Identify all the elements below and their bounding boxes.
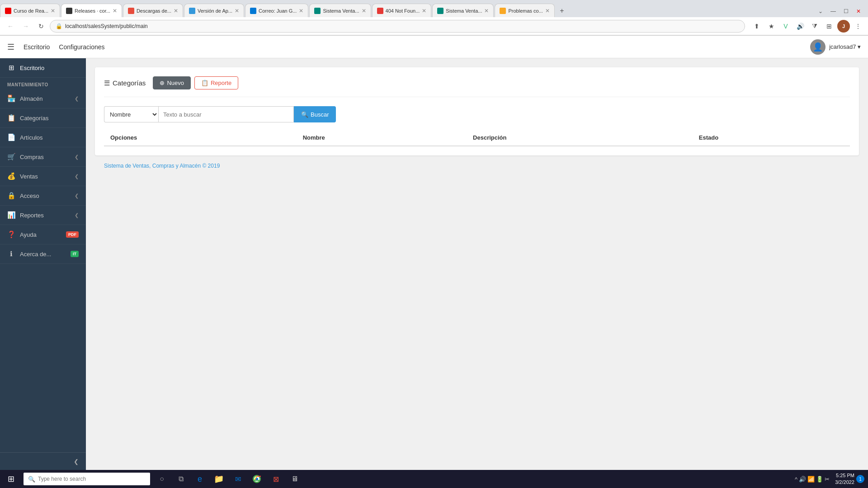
sidebar-item-ayuda[interactable]: ❓AyudaPDF [0,225,86,244]
browser-tab-9[interactable]: Problemas co... ✕ [495,4,554,17]
share-button[interactable]: ⬆ [750,20,763,33]
chrome-icon[interactable] [249,471,265,487]
tab-close-icon[interactable]: ✕ [484,8,489,14]
app-user-avatar[interactable]: 👤 [810,39,826,55]
terminal-icon[interactable]: 🖥 [287,471,303,487]
browser-tab-7[interactable]: 404 Not Foun... ✕ [372,4,432,17]
address-bar[interactable]: 🔒 localhost/salesSystem/public/main [50,20,745,33]
sidebar-item-categorias[interactable]: 📋Categorías [0,108,86,128]
browser-tab-2[interactable]: Releases · cor... ✕ [61,4,122,17]
app-username[interactable]: jcarlosad7 ▾ [829,43,861,50]
search-area: Nombre Descripción Estado 🔍 Buscar [104,106,850,122]
network-icon[interactable]: 📶 [807,476,815,483]
tab-close-icon[interactable]: ✕ [51,8,55,14]
sidebar-item-compras[interactable]: 🛒Compras❮ [0,147,86,167]
tab-favicon [66,8,72,14]
sidebar-icon-escritorio: ⊞ [7,64,15,72]
tab-list-button[interactable]: ⌄ [815,5,826,17]
tab-close-icon[interactable]: ✕ [362,8,366,14]
more-button[interactable]: ⋮ [852,20,864,33]
extensions-button[interactable]: ⧩ [808,20,821,33]
sidebar-item-ventas[interactable]: 💰Ventas❮ [0,167,86,186]
forward-button[interactable]: → [19,19,33,33]
browser-tab-1[interactable]: Curso de Rea... ✕ [0,4,60,17]
battery-icon[interactable]: 🔋 [816,476,823,483]
sidebar-label-categorias: Categorías [20,115,79,122]
tab-close-icon[interactable]: ✕ [113,8,117,14]
bookmark-button[interactable]: ★ [765,20,778,33]
taskbar-clock[interactable]: 5:25 PM 3/2/2022 [835,472,854,486]
search-button[interactable]: 🔍 Buscar [294,106,336,122]
tab-close-icon[interactable]: ✕ [299,8,303,14]
tab-title: Problemas co... [508,8,542,14]
system-tray: ^ 🔊 📶 🔋 ✂ [791,476,833,483]
close-button[interactable]: ✕ [853,5,864,17]
search-input[interactable] [158,106,294,122]
clipboard-icon[interactable]: ✂ [825,476,830,483]
tab-favicon [250,8,256,14]
sidebar-item-articulos[interactable]: 📄Artículos [0,128,86,147]
task-view-button[interactable]: ○ [154,471,170,487]
browser-tab-8[interactable]: Sistema Venta... ✕ [432,4,494,17]
footer: Sistema de Ventas, Compras y Almacén © 2… [95,155,859,176]
notification-button[interactable]: 1 [856,475,864,483]
nuevo-icon: ⊕ [160,80,165,86]
sidebar-label-almacen: Almacén [20,95,70,102]
sidebar-arrow-reportes: ❮ [75,212,79,218]
sidebar-collapse-button[interactable]: ❮ [0,452,86,470]
browser-chrome: Curso de Rea... ✕ Releases · cor... ✕ De… [0,0,868,36]
taskbar-search-icon: 🔍 [28,476,35,483]
search-filter-select[interactable]: Nombre Descripción Estado [104,106,158,122]
tab-title: Sistema Venta... [446,8,482,14]
media-button[interactable]: 🔊 [794,20,807,33]
maximize-button[interactable]: ☐ [840,5,852,17]
windows-icon: ⊞ [8,474,14,484]
sidebar-item-acerca[interactable]: ℹAcerca de...IT [0,244,86,264]
reporte-icon: 📋 [201,80,208,86]
start-button[interactable]: ⊞ [0,470,22,488]
tab-favicon [500,8,506,14]
content-area: ☰ Categorías ⊕ Nuevo 📋 Reporte No [86,58,868,470]
tab-title: Sistema Venta... [323,8,359,14]
sidebar-item-escritorio[interactable]: ⊞Escritorio [0,58,86,78]
nav-configuraciones[interactable]: Configuraciones [59,43,104,51]
sidebar-item-acceso[interactable]: 🔒Acceso❮ [0,186,86,206]
extension-v-button[interactable]: V [779,20,792,33]
browser-tab-4[interactable]: Versión de Ap... ✕ [184,4,244,17]
sidebar-item-reportes[interactable]: 📊Reportes❮ [0,206,86,225]
minimize-button[interactable]: — [827,5,839,17]
sidebar-arrow-ventas: ❮ [75,174,79,179]
xampp-icon[interactable]: ⊠ [268,471,284,487]
file-explorer-icon[interactable]: 📁 [211,471,227,487]
browser-tab-6[interactable]: Sistema Venta... ✕ [309,4,371,17]
mail-icon[interactable]: ✉ [230,471,246,487]
refresh-button[interactable]: ↻ [34,19,48,33]
tab-close-icon[interactable]: ✕ [235,8,239,14]
sidebar-arrow-acceso: ❮ [75,193,79,199]
sidebar-icon-reportes: 📊 [7,211,15,219]
sidebar-item-almacen[interactable]: 🏪Almacén❮ [0,89,86,108]
menu-icon: ☰ [104,79,110,87]
speaker-icon[interactable]: 🔊 [799,476,806,483]
profile-ext-button[interactable]: ⊞ [823,20,835,33]
new-tab-button[interactable]: + [556,5,568,17]
taskbar-search-input[interactable] [38,476,146,482]
reporte-button[interactable]: 📋 Reporte [194,76,238,89]
taskbar-search-box[interactable]: 🔍 [24,473,150,485]
nuevo-button[interactable]: ⊕ Nuevo [153,76,191,89]
nav-escritorio[interactable]: Escritorio [24,43,50,51]
tab-close-icon[interactable]: ✕ [174,8,178,14]
content-card: ☰ Categorías ⊕ Nuevo 📋 Reporte No [95,67,859,155]
hamburger-button[interactable]: ☰ [7,42,14,52]
browser-user-avatar[interactable]: J [837,20,850,33]
browser-tab-3[interactable]: Descargas de... ✕ [123,4,183,17]
edge-icon[interactable]: e [192,471,208,487]
tab-title: Descargas de... [137,8,171,14]
back-button[interactable]: ← [4,19,17,33]
search-icon: 🔍 [301,111,308,118]
tab-close-icon[interactable]: ✕ [422,8,426,14]
show-hidden-icon[interactable]: ^ [795,476,797,483]
tab-close-icon[interactable]: ✕ [545,8,550,14]
browser-tab-5[interactable]: Correo: Juan G... ✕ [245,4,308,17]
widgets-button[interactable]: ⧉ [173,471,189,487]
